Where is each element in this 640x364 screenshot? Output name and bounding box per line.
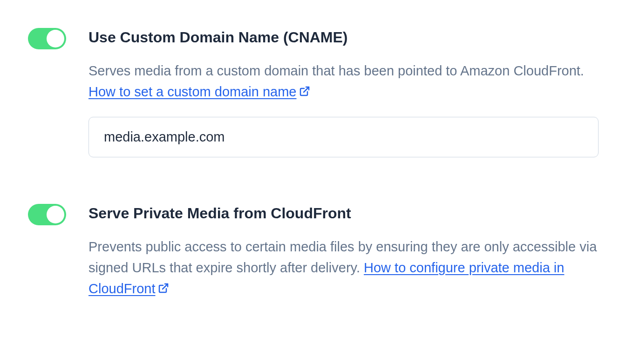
setting-title: Serve Private Media from CloudFront: [89, 204, 612, 223]
external-link-icon: [158, 279, 169, 300]
svg-line-0: [304, 87, 309, 92]
setting-custom-domain: Use Custom Domain Name (CNAME) Serves me…: [28, 28, 612, 157]
description-text: Serves media from a custom domain that h…: [89, 63, 584, 78]
svg-line-1: [163, 284, 168, 289]
setting-content: Serve Private Media from CloudFront Prev…: [89, 204, 612, 299]
setting-private-media: Serve Private Media from CloudFront Prev…: [28, 204, 612, 299]
custom-domain-help-link[interactable]: How to set a custom domain name: [89, 84, 296, 99]
toggle-knob: [47, 206, 64, 223]
custom-domain-toggle[interactable]: [28, 28, 66, 49]
setting-title: Use Custom Domain Name (CNAME): [89, 28, 612, 47]
custom-domain-input[interactable]: [89, 117, 599, 157]
external-link-icon: [299, 82, 310, 103]
private-media-toggle[interactable]: [28, 204, 66, 225]
setting-description: Serves media from a custom domain that h…: [89, 61, 612, 102]
setting-content: Use Custom Domain Name (CNAME) Serves me…: [89, 28, 612, 157]
setting-description: Prevents public access to certain media …: [89, 236, 612, 299]
toggle-knob: [47, 30, 64, 47]
help-link-text: How to set a custom domain name: [89, 84, 296, 99]
toggle-wrapper: [28, 204, 66, 225]
toggle-wrapper: [28, 28, 66, 49]
